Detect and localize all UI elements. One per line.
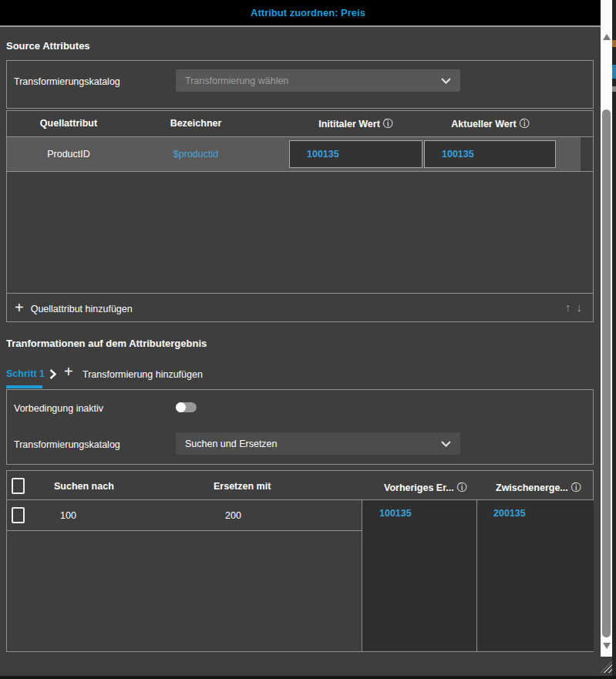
plus-icon[interactable]: + — [64, 363, 73, 381]
background-page-edge — [612, 0, 616, 679]
toggle-knob — [176, 402, 186, 412]
step-catalog-dropdown[interactable]: Suchen und Ersetzen — [176, 432, 460, 455]
chevron-down-icon — [441, 441, 451, 447]
previous-result-column — [362, 500, 477, 651]
precondition-toggle[interactable] — [176, 402, 197, 412]
column-header-suchen-nach: Suchen nach — [54, 481, 114, 492]
initial-value-input[interactable]: 100135 — [289, 140, 422, 168]
select-all-checkbox[interactable] — [12, 478, 25, 494]
source-catalog-dropdown[interactable]: Transformierung wählen — [176, 69, 460, 92]
info-icon[interactable]: ⓘ — [457, 482, 467, 493]
intermediate-result-value: 200135 — [493, 508, 526, 519]
column-header-quellattribut: Quellattribut — [7, 111, 130, 136]
source-catalog-label: Transformierungskatalog — [14, 76, 120, 87]
source-catalog-panel: Transformierungskatalog Transformierung … — [6, 60, 594, 109]
current-value-input[interactable]: 100135 — [424, 140, 556, 168]
search-replace-table: Suchen nach Ersetzen mit Vorheriges Er..… — [6, 470, 594, 652]
info-icon[interactable]: ⓘ — [571, 482, 581, 493]
row-reorder-controls: ↑↓ — [560, 294, 582, 321]
active-tab-underline — [6, 385, 42, 388]
source-table-footer: +Quellattribut hinzufügen ↑↓ — [6, 293, 594, 322]
scrollbar-thumb[interactable] — [602, 109, 611, 637]
column-header-zwischenergebnis: Zwischenerge...ⓘ — [496, 481, 581, 495]
transformations-heading: Tranformationen auf dem Attributergebnis — [6, 338, 207, 349]
attribute-mapping-dialog: Attribut zuordnen: Preis Source Attribut… — [0, 0, 616, 679]
info-icon[interactable]: ⓘ — [383, 118, 393, 129]
column-header-vorheriges-ergebnis: Vorheriges Er...ⓘ — [384, 481, 467, 495]
replace-value[interactable]: 200 — [225, 510, 241, 521]
background-fragment — [612, 86, 616, 92]
previous-result-value: 100135 — [379, 508, 412, 519]
resize-grip[interactable] — [601, 661, 612, 673]
source-attribute-name: ProductID — [7, 137, 130, 171]
move-down-button[interactable]: ↓ — [577, 301, 583, 314]
add-transformation-button[interactable]: Transformierung hinzufügen — [82, 369, 203, 380]
column-header-bezeichner: Bezeichner — [130, 111, 261, 136]
source-attribute-identifier: $productid — [130, 137, 261, 171]
titlebar-divider — [0, 25, 616, 27]
scroll-down-arrow-icon[interactable] — [603, 643, 611, 649]
source-table-header-row: Quellattribut Bezeichner Inititaler Wert… — [7, 111, 593, 137]
dialog-titlebar: Attribut zuordnen: Preis — [0, 0, 616, 25]
tab-schritt-1[interactable]: Schritt 1 — [6, 368, 45, 379]
column-header-initialer-wert: Inititaler Wertⓘ — [289, 111, 422, 136]
step-catalog-value: Suchen und Ersetzen — [185, 439, 278, 449]
plus-icon: + — [15, 299, 24, 316]
transformation-step-panel: Vorbedingung inaktiv Transformierungskat… — [6, 389, 594, 465]
move-up-button[interactable]: ↑ — [565, 301, 571, 314]
dialog-bottom-edge — [0, 676, 616, 679]
row-checkbox[interactable] — [12, 507, 25, 523]
column-header-aktueller-wert: Aktueller Wertⓘ — [424, 111, 557, 136]
dialog-title: Attribut zuordnen: Preis — [251, 7, 365, 18]
background-fragment — [612, 65, 616, 79]
info-icon[interactable]: ⓘ — [520, 118, 530, 129]
precondition-label: Vorbedingung inaktiv — [14, 403, 103, 414]
source-catalog-placeholder: Transformierung wählen — [185, 76, 288, 86]
add-source-attribute-button[interactable]: +Quellattribut hinzufügen — [15, 294, 133, 321]
row-divider — [7, 171, 593, 172]
chevron-right-icon — [49, 369, 56, 379]
scroll-up-arrow-icon[interactable] — [603, 34, 611, 40]
row-divider — [7, 530, 362, 531]
column-header-ersetzen-mit: Ersetzen mit — [214, 481, 271, 492]
background-fragment — [612, 40, 616, 47]
add-source-attribute-label: Quellattribut hinzufügen — [31, 304, 133, 314]
source-attributes-heading: Source Attributes — [6, 40, 90, 52]
chevron-down-icon — [441, 78, 451, 84]
step-catalog-label: Transformierungskatalog — [14, 439, 120, 450]
intermediate-result-column — [476, 500, 594, 651]
search-value[interactable]: 100 — [60, 510, 76, 521]
source-attributes-table: Quellattribut Bezeichner Inititaler Wert… — [6, 110, 594, 294]
